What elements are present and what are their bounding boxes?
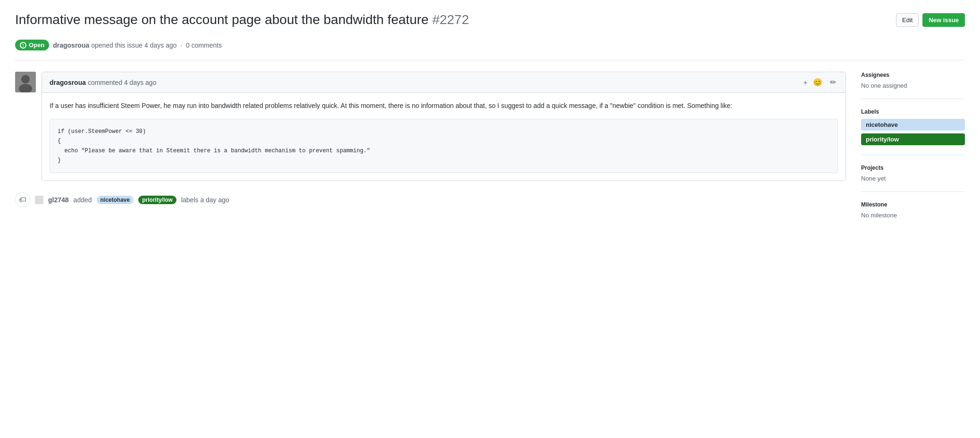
- header-actions: Edit New issue: [896, 11, 965, 27]
- status-badge: ! Open: [15, 40, 49, 50]
- sidebar-labels: Labels nicetohave priority/low: [861, 108, 965, 155]
- tag-icon: 🏷: [19, 196, 26, 204]
- issue-meta: ! Open dragosroua opened this issue 4 da…: [15, 40, 965, 50]
- edit-comment-button[interactable]: ✏: [828, 77, 838, 88]
- comment-body: If a user has insufficient Steem Power, …: [42, 93, 846, 181]
- meta-comments: 0 comments: [186, 41, 222, 49]
- assignees-value: No one assigned: [861, 82, 965, 89]
- timeline: dragosroua commented 4 days ago + 😊 ✏ If…: [15, 72, 846, 207]
- milestone-title: Milestone: [861, 201, 965, 208]
- issue-author[interactable]: dragosroua: [53, 41, 89, 49]
- comment-time: commented 4 days ago: [88, 79, 157, 86]
- label-prioritylow-badge[interactable]: priority/low: [138, 196, 176, 204]
- comment-header: dragosroua commented 4 days ago + 😊 ✏: [42, 72, 846, 93]
- meta-time: 4 days ago: [144, 41, 177, 49]
- sidebar: Assignees No one assigned Labels nicetoh…: [861, 72, 965, 238]
- issue-title-area: Informative message on the account page …: [15, 11, 885, 32]
- status-label: Open: [29, 41, 44, 49]
- assignees-title: Assignees: [861, 72, 965, 78]
- sidebar-label-nicetohave[interactable]: nicetohave: [861, 119, 965, 131]
- comment-box: dragosroua commented 4 days ago + 😊 ✏ If…: [42, 72, 846, 181]
- projects-title: Projects: [861, 165, 965, 171]
- issue-title-text: Informative message on the account page …: [15, 12, 428, 27]
- meta-action: opened this issue: [91, 41, 142, 49]
- main-content: dragosroua commented 4 days ago + 😊 ✏ If…: [15, 72, 965, 238]
- activity-suffix: labels a day ago: [181, 196, 229, 204]
- activity-avatar: [35, 196, 43, 204]
- page-header: Informative message on the account page …: [15, 11, 965, 32]
- emoji-button[interactable]: 😊: [811, 77, 824, 88]
- sidebar-label-prioritylow[interactable]: priority/low: [861, 133, 965, 145]
- sidebar-assignees: Assignees No one assigned: [861, 72, 965, 99]
- open-icon: !: [20, 42, 26, 49]
- avatar: [15, 72, 36, 92]
- comment-author[interactable]: dragosroua: [50, 79, 86, 86]
- activity-item: 🏷 gl2748 added nicetohave priority/low l…: [15, 192, 846, 207]
- comment-body-text: If a user has insufficient Steem Power, …: [50, 100, 838, 111]
- plus-icon: +: [804, 79, 807, 86]
- label-nicetohave-badge[interactable]: nicetohave: [97, 196, 134, 204]
- issue-title: Informative message on the account page …: [15, 11, 885, 28]
- new-issue-button[interactable]: New issue: [922, 13, 965, 27]
- edit-button[interactable]: Edit: [896, 13, 919, 27]
- label-tag-icon: 🏷: [15, 192, 30, 207]
- divider: [15, 60, 965, 60]
- sidebar-milestone: Milestone No milestone: [861, 201, 965, 228]
- sidebar-projects: Projects None yet: [861, 165, 965, 192]
- activity-actor[interactable]: gl2748: [48, 196, 69, 204]
- labels-title: Labels: [861, 108, 965, 115]
- comment-author-time: dragosroua commented 4 days ago: [50, 79, 156, 86]
- code-block: if (user.SteemPower <= 30) { echo "Pleas…: [50, 119, 838, 174]
- milestone-value: No milestone: [861, 212, 965, 219]
- projects-value: None yet: [861, 175, 965, 182]
- issue-number: #2272: [432, 12, 469, 27]
- activity-action: added: [74, 196, 92, 204]
- issue-meta-text: dragosroua opened this issue 4 days ago …: [53, 41, 222, 49]
- comment-block: dragosroua commented 4 days ago + 😊 ✏ If…: [15, 72, 846, 181]
- comment-actions: + 😊 ✏: [804, 77, 838, 88]
- avatar-image: [15, 72, 36, 92]
